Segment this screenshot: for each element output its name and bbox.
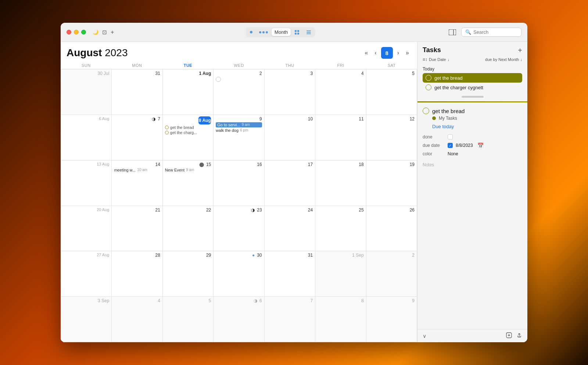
chevron-down-icon[interactable]: ∨ (423, 333, 426, 339)
cal-cell-aug20[interactable]: 20 Aug (61, 206, 112, 252)
cal-cell-aug11[interactable]: 11 (315, 115, 366, 160)
day-header-fri: FRI (315, 62, 366, 69)
search-input[interactable] (473, 29, 517, 35)
detail-task-check[interactable] (423, 108, 429, 114)
cal-cell-sep9[interactable]: 9 (366, 297, 417, 342)
due-date-checkbox[interactable]: ✓ (448, 143, 453, 148)
calendar-picker-icon[interactable]: 📅 (477, 142, 484, 148)
moon-quarter-aug23: ◑ (251, 207, 255, 213)
event-go-to-service[interactable]: Go to servi... 9 am (216, 122, 262, 127)
due-date-label: due date (423, 143, 445, 148)
cal-cell-aug17[interactable]: 17 (265, 160, 315, 206)
cal-cell-sep4[interactable]: 4 (112, 297, 162, 342)
dots-view-button[interactable] (256, 28, 271, 36)
task-row-get-bread[interactable]: get the bread (423, 73, 522, 83)
add-item-button[interactable] (506, 332, 512, 339)
moon-quarter-sep6: ◑ (254, 298, 257, 303)
field-row-done: done (423, 133, 522, 141)
event-meeting[interactable]: meeting w... 10 am (114, 168, 160, 172)
sidebar-header: Tasks + (417, 42, 527, 57)
cal-cell-aug29[interactable]: 29 (163, 251, 214, 297)
new-event-icon[interactable]: + (111, 29, 114, 36)
due-label[interactable]: due by Next Month ↓ (485, 57, 522, 62)
svg-rect-1 (297, 30, 299, 32)
cal-cell-aug13[interactable]: 13 Aug (61, 160, 112, 206)
cal-cell-sep1[interactable]: 1 Sep (315, 251, 366, 297)
task-row-get-charger[interactable]: get the charger cygnett (423, 83, 522, 92)
moon-blue-aug30: ● (252, 253, 255, 258)
sort-label[interactable]: Due Date (429, 57, 446, 62)
cal-cell-aug9[interactable]: 9 Go to servi... 9 am walk the dog 6 pm (214, 115, 264, 160)
event-circle (216, 77, 262, 82)
cal-cell-aug24[interactable]: 24 (265, 206, 315, 252)
cal-cell-aug31[interactable]: 31 (265, 251, 315, 297)
cal-cell-aug19[interactable]: 19 (366, 160, 417, 206)
cal-cell-aug25[interactable]: 25 (315, 206, 366, 252)
nav-next-next[interactable]: » (404, 49, 411, 57)
maximize-button[interactable] (81, 30, 86, 35)
sidebar-footer: ∨ (417, 329, 527, 342)
cal-cell-aug18[interactable]: 18 (315, 160, 366, 206)
minimize-button[interactable] (74, 30, 79, 35)
sidebar-toggle-button[interactable] (447, 27, 458, 37)
cal-cell-jul31[interactable]: 31 (112, 69, 162, 115)
cal-cell-aug10[interactable]: 10 (265, 115, 315, 160)
cal-cell-aug15[interactable]: ⬤ 15 New Event 9 am (163, 160, 214, 206)
cal-cell-aug21[interactable]: 21 (112, 206, 162, 252)
cal-cell-aug7[interactable]: ◑ 7 (112, 115, 162, 160)
cal-cell-aug28[interactable]: 28 (112, 251, 162, 297)
cal-cell-jul30[interactable]: 30 Jul (61, 69, 112, 115)
moon-icon[interactable]: 🌙 (93, 29, 98, 35)
cal-cell-sep7[interactable]: 7 (265, 297, 315, 342)
nav-prev-prev[interactable]: « (363, 49, 370, 57)
main-content: August 2023 « ‹ 8 › » SUN MON TUE WED TH… (61, 42, 527, 342)
cal-cell-sep3[interactable]: 3 Sep (61, 297, 112, 342)
cal-cell-aug4[interactable]: 4 (315, 69, 366, 115)
titlebar-center: Month (118, 27, 443, 37)
today-badge[interactable]: 8 (381, 47, 393, 59)
sidebar: Tasks + ≡↕ Due Date ↓ due by Next Month … (417, 42, 527, 342)
sidebar-toggle-icon[interactable]: ⊡ (102, 29, 107, 36)
task-check-get-charger[interactable] (426, 84, 431, 90)
cal-cell-aug12[interactable]: 12 (366, 115, 417, 160)
done-label: done (423, 134, 445, 140)
cal-cell-aug26[interactable]: 26 (366, 206, 417, 252)
cal-cell-aug1[interactable]: 1 Aug (163, 69, 214, 115)
search-box[interactable]: 🔍 (461, 28, 521, 37)
event-new-event[interactable]: New Event 9 am (165, 168, 211, 172)
month-view-button[interactable]: Month (272, 28, 291, 36)
task-circle (165, 126, 169, 129)
close-button[interactable] (67, 30, 71, 35)
cal-cell-aug22[interactable]: 22 (163, 206, 214, 252)
cal-cell-sep5[interactable]: 5 (163, 297, 214, 342)
cal-cell-aug2[interactable]: 2 (214, 69, 264, 115)
cal-cell-aug27[interactable]: 27 Aug (61, 251, 112, 297)
nav-prev[interactable]: ‹ (372, 49, 379, 57)
titlebar-right: 🔍 (447, 27, 521, 37)
cal-cell-aug8-today[interactable]: 8 Aug get the bread get the charg... (163, 115, 214, 160)
nav-next[interactable]: › (395, 49, 401, 57)
sort-icon: ≡↕ (423, 57, 427, 62)
grid-view-button[interactable] (291, 28, 302, 36)
cal-cell-aug6[interactable]: 6 Aug (61, 115, 112, 160)
cal-cell-aug14[interactable]: 14 meeting w... 10 am (112, 160, 162, 206)
event-walk-dog[interactable]: walk the dog 6 pm (216, 128, 262, 133)
cal-cell-sep6[interactable]: ◑ 6 (214, 297, 264, 342)
share-button[interactable] (516, 332, 522, 339)
list-view-button[interactable] (303, 28, 314, 36)
add-task-button[interactable]: + (518, 47, 522, 54)
cal-cell-aug23[interactable]: ◑ 23 (214, 206, 264, 252)
cal-cell-sep8[interactable]: 8 (315, 297, 366, 342)
notes-placeholder[interactable]: Notes (423, 161, 522, 169)
cal-cell-aug3[interactable]: 3 (265, 69, 315, 115)
cal-cell-aug16[interactable]: 16 (214, 160, 264, 206)
color-value: None (448, 151, 458, 156)
scroll-thumb[interactable] (462, 96, 484, 98)
done-checkbox[interactable] (448, 134, 453, 140)
dot-view-button[interactable] (247, 28, 255, 36)
cal-cell-sep2[interactable]: 2 (366, 251, 417, 297)
task-check-get-bread[interactable] (426, 75, 431, 81)
cal-cell-aug5[interactable]: 5 (366, 69, 417, 115)
cal-cell-aug30[interactable]: ● 30 (214, 251, 264, 297)
calendar-area: August 2023 « ‹ 8 › » SUN MON TUE WED TH… (61, 42, 417, 342)
